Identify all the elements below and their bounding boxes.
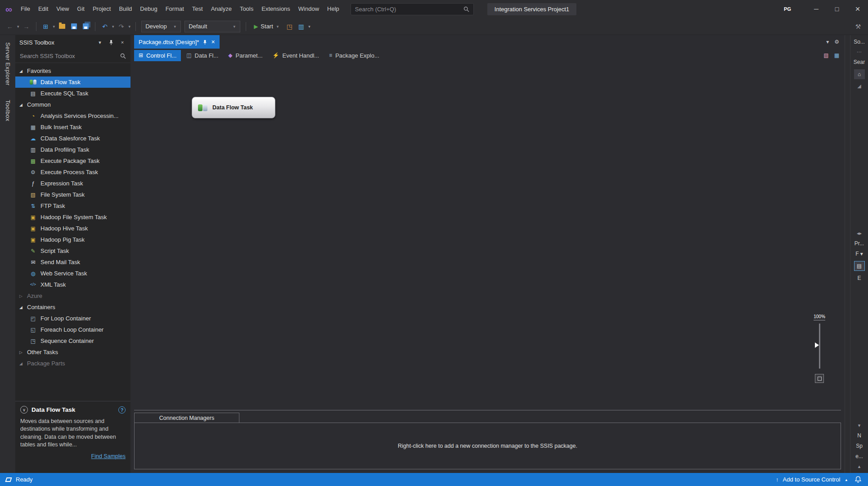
- menu-project[interactable]: Project: [89, 0, 115, 18]
- deployment-button[interactable]: ◳: [284, 20, 295, 33]
- menu-window[interactable]: Window: [294, 0, 323, 18]
- menu-format[interactable]: Format: [162, 0, 188, 18]
- property-fragment-e[interactable]: e...: [855, 453, 863, 459]
- menu-test[interactable]: Test: [188, 0, 207, 18]
- design-tab-package-explo[interactable]: ≡Package Explo...: [324, 50, 384, 61]
- toolbox-item-hadoop-hive-task[interactable]: ▣Hadoop Hive Task: [15, 223, 130, 234]
- menu-help[interactable]: Help: [323, 0, 343, 18]
- toolbar-overflow-button[interactable]: ▾: [307, 24, 311, 29]
- toolbox-item-script-task[interactable]: ✎Script Task: [15, 245, 130, 256]
- toolbox-section-containers[interactable]: ◢Containers: [15, 302, 130, 313]
- notifications-bell-icon[interactable]: [855, 476, 861, 483]
- toolbox-section-common[interactable]: ◢Common: [15, 99, 130, 110]
- minimize-button[interactable]: ─: [806, 0, 827, 18]
- property-fragment-sp[interactable]: Sp: [856, 443, 863, 449]
- menu-git[interactable]: Git: [73, 0, 89, 18]
- menu-debug[interactable]: Debug: [136, 0, 161, 18]
- connection-managers-tab[interactable]: Connection Managers: [134, 413, 239, 423]
- toolbox-item-ftp-task[interactable]: ⇅FTP Task: [15, 200, 130, 212]
- menu-edit[interactable]: Edit: [34, 0, 52, 18]
- menu-analyze[interactable]: Analyze: [207, 0, 236, 18]
- save-all-button[interactable]: [80, 20, 91, 33]
- properties-grid-fragment[interactable]: E: [857, 275, 861, 281]
- rail-tab-server-explorer[interactable]: Server Explorer: [4, 42, 11, 86]
- toolbox-item-analysis-services-processin[interactable]: ◔Analysis Services Processin...: [15, 110, 130, 122]
- solution-platforms-dropdown[interactable]: Default ▾: [184, 21, 240, 32]
- toolbox-item-execute-process-task[interactable]: ⚙Execute Process Task: [15, 166, 130, 178]
- panel-close-button[interactable]: ×: [118, 40, 126, 45]
- toolbox-item-data-flow-task[interactable]: Data Flow Task: [15, 76, 130, 88]
- pin-icon[interactable]: [107, 40, 115, 45]
- redo-button[interactable]: ↷: [116, 20, 127, 33]
- save-button[interactable]: [68, 20, 79, 33]
- home-button[interactable]: ⌂: [854, 69, 865, 79]
- toolbox-item-bulk-insert-task[interactable]: ▦Bulk Insert Task: [15, 122, 130, 133]
- toolbox-section-package-parts[interactable]: ◢Package Parts: [15, 358, 130, 369]
- source-control-caret-icon[interactable]: ▴: [844, 477, 848, 482]
- find-samples-link[interactable]: Find Samples: [20, 453, 126, 459]
- toolbox-item-foreach-loop-container[interactable]: ◱Foreach Loop Container: [15, 324, 130, 335]
- table-icon[interactable]: ▦: [834, 52, 839, 58]
- window-position-button[interactable]: ▾: [96, 40, 104, 45]
- start-caret-icon[interactable]: ▾: [276, 24, 280, 29]
- toolbox-item-web-service-task[interactable]: ◍Web Service Task: [15, 268, 130, 279]
- resize-grip-icon[interactable]: ◢: [857, 83, 861, 89]
- control-flow-design-surface[interactable]: Data Flow Task 100%: [134, 62, 845, 410]
- menu-file[interactable]: File: [17, 0, 34, 18]
- design-tab-paramet[interactable]: ◆Paramet...: [224, 50, 267, 61]
- solution-explorer-collapsed-label[interactable]: So...: [854, 39, 865, 45]
- navigate-forward-button[interactable]: →: [21, 20, 32, 33]
- maximize-button[interactable]: □: [827, 0, 847, 18]
- undo-button[interactable]: ↶: [99, 20, 110, 33]
- tab-package-dtsx[interactable]: Package.dtsx [Design]* ×: [134, 35, 220, 49]
- toolbox-item-hadoop-pig-task[interactable]: ▣Hadoop Pig Task: [15, 234, 130, 245]
- zoom-slider-thumb[interactable]: [815, 342, 819, 348]
- zoom-slider[interactable]: [819, 324, 820, 369]
- help-icon[interactable]: ?: [118, 406, 126, 414]
- navigate-back-caret-icon[interactable]: ▾: [16, 24, 20, 29]
- avatar[interactable]: PG: [782, 3, 793, 15]
- toolbox-item-xml-task[interactable]: </>XML Task: [15, 279, 130, 290]
- tab-close-icon[interactable]: ×: [211, 38, 215, 45]
- toolbox-search-input[interactable]: Search SSIS Toolbox: [15, 50, 130, 63]
- properties-collapsed-label[interactable]: Pr...: [855, 240, 864, 247]
- rail-tab-toolbox[interactable]: Toolbox: [4, 100, 11, 122]
- toolbox-section-favorites[interactable]: ◢Favorites: [15, 65, 130, 76]
- overflow-dots-icon[interactable]: ⋯: [857, 49, 862, 55]
- data-flow-task-node[interactable]: Data Flow Task: [192, 97, 275, 118]
- start-debug-button[interactable]: ▶ Start ▾: [250, 20, 283, 33]
- editor-vertical-scrollbar[interactable]: [845, 35, 850, 473]
- tab-list-caret-icon[interactable]: ▾: [826, 39, 829, 45]
- scroll-up-button[interactable]: ▴: [858, 464, 861, 469]
- toolbox-item-hadoop-file-system-task[interactable]: ▣Hadoop File System Task: [15, 212, 130, 223]
- undo-caret-icon[interactable]: ▾: [111, 24, 115, 29]
- design-tab-event-handl[interactable]: ⚡Event Handl...: [268, 50, 324, 61]
- menu-tools[interactable]: Tools: [236, 0, 257, 18]
- design-tab-control-fl[interactable]: ⊞Control Fl...: [134, 50, 181, 61]
- menu-extensions[interactable]: Extensions: [257, 0, 294, 18]
- new-project-caret-icon[interactable]: ▾: [52, 24, 56, 29]
- gear-icon[interactable]: ⚙: [834, 39, 839, 45]
- property-fragment-n[interactable]: N: [857, 432, 861, 439]
- pin-icon[interactable]: [203, 40, 207, 45]
- toolbox-item-sequence-container[interactable]: ◳Sequence Container: [15, 335, 130, 346]
- collapse-description-button[interactable]: ∨: [20, 406, 28, 414]
- open-file-button[interactable]: [57, 20, 67, 33]
- toolbox-item-for-loop-container[interactable]: ◰For Loop Container: [15, 313, 130, 324]
- scroll-down-button[interactable]: ▾: [858, 423, 861, 428]
- toolbox-item-file-system-task[interactable]: ▧File System Task: [15, 189, 130, 200]
- toolbox-item-execute-package-task[interactable]: ▩Execute Package Task: [15, 155, 130, 166]
- toolbox-section-other-tasks[interactable]: ▷Other Tasks: [15, 346, 130, 358]
- toolbox-item-send-mail-task[interactable]: ✉Send Mail Task: [15, 256, 130, 268]
- toolbox-item-expression-task[interactable]: ƒExpression Task: [15, 178, 130, 189]
- eraser-icon[interactable]: ▧: [823, 52, 828, 58]
- connection-managers-area[interactable]: Right-click here to add a new connection…: [134, 423, 841, 469]
- toolbox-section-azure[interactable]: ▷Azure: [15, 290, 130, 302]
- redo-caret-icon[interactable]: ▾: [128, 24, 132, 29]
- properties-categorized-button[interactable]: ▤: [854, 261, 865, 271]
- solution-configurations-dropdown[interactable]: Develop ▾: [141, 21, 181, 32]
- toolbox-item-execute-sql-task[interactable]: ▤Execute SQL Task: [15, 88, 130, 99]
- toolbox-item-data-profiling-task[interactable]: ▥Data Profiling Task: [15, 144, 130, 155]
- new-project-button[interactable]: ⊞: [40, 20, 51, 33]
- add-to-source-control-button[interactable]: Add to Source Control: [783, 476, 841, 483]
